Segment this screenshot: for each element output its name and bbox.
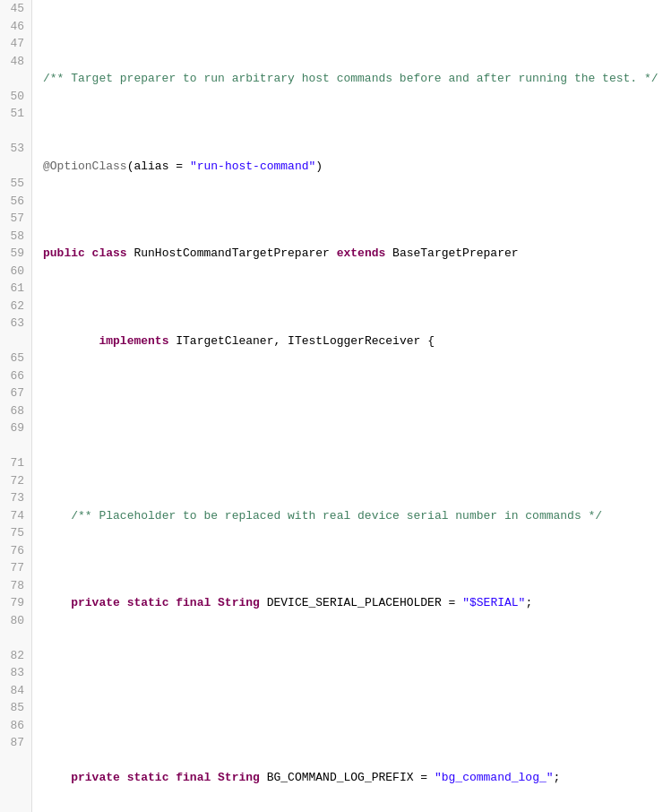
ln-77: 77 xyxy=(7,559,24,577)
ln-72: 72 xyxy=(7,472,24,490)
ln-64 xyxy=(7,333,24,350)
ln-46: 46 xyxy=(7,18,24,36)
ln-48: 48 xyxy=(7,53,24,71)
ln-45: 45 xyxy=(7,0,24,18)
ln-55: 55 xyxy=(7,175,24,193)
ln-54 xyxy=(7,158,24,176)
ln-51: 51 xyxy=(7,105,24,123)
code-line-48: implements ITargetCleaner, ITestLoggerRe… xyxy=(43,333,652,350)
code-line-47: public class RunHostCommandTargetPrepare… xyxy=(43,245,652,263)
ln-84: 84 xyxy=(7,682,24,700)
ln-80: 80 xyxy=(7,612,24,630)
ln-82: 82 xyxy=(7,647,24,665)
code-line-53: private static final String BG_COMMAND_L… xyxy=(43,769,652,787)
ln-58: 58 xyxy=(7,228,24,246)
code-line-49 xyxy=(43,419,652,437)
ln-87: 87 xyxy=(7,734,24,752)
ln-63: 63 xyxy=(7,315,24,333)
ln-85: 85 xyxy=(7,699,24,717)
code-editor: 45 46 47 48 50 51 53 55 56 57 58 59 60 6… xyxy=(0,0,663,812)
ln-61: 61 xyxy=(7,280,24,298)
ln-62: 62 xyxy=(7,298,24,315)
ln-56: 56 xyxy=(7,193,24,211)
code-line-51: private static final String DEVICE_SERIA… xyxy=(43,594,652,612)
code-line-45: /** Target preparer to run arbitrary hos… xyxy=(43,70,652,88)
ln-53: 53 xyxy=(7,140,24,158)
ln-76: 76 xyxy=(7,542,24,560)
ln-73: 73 xyxy=(7,489,24,507)
ln-86: 86 xyxy=(7,717,24,735)
ln-79: 79 xyxy=(7,594,24,612)
ln-68: 68 xyxy=(7,402,24,420)
ln-74: 74 xyxy=(7,507,24,525)
ln-59: 59 xyxy=(7,245,24,263)
line-numbers: 45 46 47 48 50 51 53 55 56 57 58 59 60 6… xyxy=(0,0,32,812)
ln-69: 69 xyxy=(7,419,24,437)
ln-83: 83 xyxy=(7,664,24,682)
code-line-52 xyxy=(43,682,652,700)
ln-81 xyxy=(7,629,24,647)
ln-71: 71 xyxy=(7,454,24,472)
code-line-50: /** Placeholder to be replaced with real… xyxy=(43,507,652,525)
ln-50: 50 xyxy=(7,88,24,106)
ln-49 xyxy=(7,70,24,88)
ln-47: 47 xyxy=(7,35,24,53)
ln-52 xyxy=(7,123,24,141)
ln-78: 78 xyxy=(7,577,24,595)
ln-67: 67 xyxy=(7,384,24,402)
ln-66: 66 xyxy=(7,367,24,385)
ln-65: 65 xyxy=(7,350,24,367)
ln-57: 57 xyxy=(7,210,24,228)
ln-60: 60 xyxy=(7,263,24,281)
ln-70 xyxy=(7,437,24,455)
code-line-46: @OptionClass(alias = "run-host-command") xyxy=(43,158,652,176)
code-lines: /** Target preparer to run arbitrary hos… xyxy=(32,0,663,812)
ln-75: 75 xyxy=(7,524,24,542)
